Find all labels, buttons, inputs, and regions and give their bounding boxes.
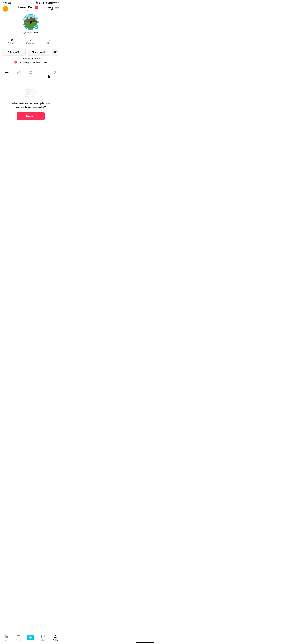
mute-icon <box>36 2 38 4</box>
followers-count: 0 <box>30 38 32 42</box>
nav-icons <box>48 7 59 11</box>
tag-icon <box>41 71 44 74</box>
grid-icon <box>4 71 8 74</box>
following-label: Following <box>8 42 16 44</box>
empty-heading: What are some good photos you've taken r… <box>12 102 50 109</box>
notification-badge[interactable]: 9+ <box>34 6 38 9</box>
avatar-container: + <box>23 14 38 30</box>
top-nav: P Lauren Deli 9+ her <box>0 4 61 13</box>
svg-point-19 <box>54 51 56 52</box>
username-row: Lauren Deli 9+ <box>18 6 38 9</box>
svg-rect-6 <box>50 8 50 10</box>
svg-rect-18 <box>31 22 32 23</box>
status-time: 7:43 <box>2 1 7 4</box>
svg-rect-5 <box>49 8 50 10</box>
signal-bars <box>39 2 41 4</box>
upload-button[interactable]: Upload <box>17 112 45 120</box>
battery-pct: 89% <box>53 2 57 4</box>
pronoun: her <box>27 9 30 12</box>
tab-reposts[interactable] <box>25 69 37 76</box>
following-stat[interactable]: 0 Following <box>2 36 21 46</box>
status-left: 7:43 📷 <box>2 1 11 4</box>
svg-rect-24 <box>7 71 8 72</box>
live-icon[interactable] <box>48 7 52 11</box>
svg-rect-23 <box>6 71 7 72</box>
tab-tagged[interactable] <box>36 69 48 76</box>
likes-label: Likes <box>47 42 52 44</box>
bio-text: I love adventure!!!! <box>5 58 56 60</box>
add-friend-button[interactable] <box>52 48 59 56</box>
dropdown-arrow-icon <box>8 72 10 73</box>
status-right: 89% <box>36 2 59 4</box>
user-avatar-p[interactable]: P <box>2 6 8 12</box>
status-bar: 7:43 📷 <box>0 0 61 4</box>
profile-section: + @lauren.deli3 0 Following 0 Followers … <box>0 13 61 68</box>
username: Lauren Deli <box>18 6 33 9</box>
svg-point-17 <box>30 20 31 22</box>
svg-point-3 <box>46 3 46 4</box>
add-friend-icon <box>54 50 57 54</box>
camera-icon: 📷 <box>8 2 11 4</box>
heart-ribbon-icon: 💝 <box>14 61 17 64</box>
repost-icon <box>29 71 32 74</box>
tab-private[interactable] <box>13 69 25 76</box>
empty-photos-icon <box>24 86 38 98</box>
username-area: Lauren Deli 9+ her <box>18 6 38 12</box>
lock-icon <box>17 71 20 74</box>
menu-icon[interactable] <box>55 8 59 10</box>
battery-icon <box>48 2 52 4</box>
svg-rect-26 <box>18 72 20 74</box>
svg-rect-22 <box>5 71 6 72</box>
signal-bars-2 <box>42 2 44 4</box>
followers-label: Followers <box>26 42 35 44</box>
likes-count: 0 <box>48 38 50 42</box>
add-photo-button[interactable]: + <box>34 26 38 30</box>
heart-icon <box>52 71 56 74</box>
action-buttons: Edit profile Share profile <box>2 48 59 56</box>
support-text: Supporting: Save the Children <box>18 61 48 64</box>
tab-grid[interactable] <box>1 69 13 76</box>
empty-state: What are some good photos you've taken r… <box>0 76 61 126</box>
user-handle: @lauren.deli3 <box>24 31 38 34</box>
wifi-icon <box>45 2 48 4</box>
bio-section: I love adventure!!!! 💝 Supporting: Save … <box>2 58 59 65</box>
tab-liked[interactable] <box>48 69 60 76</box>
green-dot <box>58 2 59 3</box>
following-count: 0 <box>11 38 13 42</box>
support-row: 💝 Supporting: Save the Children <box>5 61 56 64</box>
edit-profile-button[interactable]: Edit profile <box>2 48 26 56</box>
content-tabs <box>0 69 61 76</box>
svg-marker-25 <box>8 72 9 73</box>
stats-row: 0 Following 0 Followers 0 Likes <box>2 36 59 46</box>
followers-stat[interactable]: 0 Followers <box>21 36 40 46</box>
likes-stat[interactable]: 0 Likes <box>40 36 59 46</box>
share-profile-button[interactable]: Share profile <box>27 48 50 56</box>
